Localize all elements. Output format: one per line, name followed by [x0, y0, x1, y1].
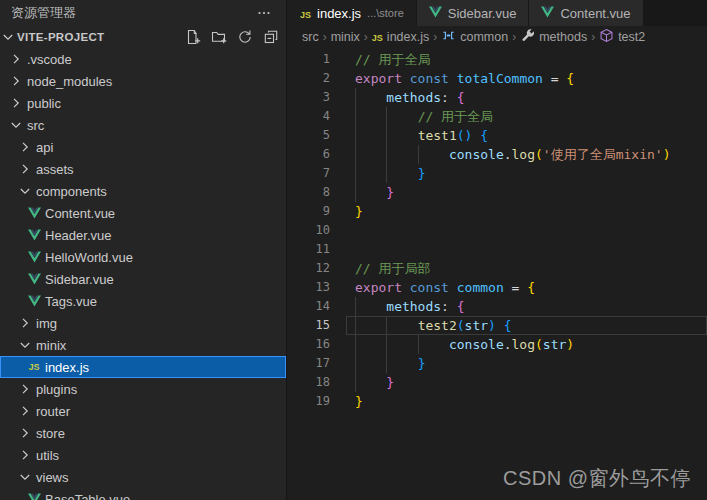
tree-item-plugins[interactable]: plugins	[0, 378, 286, 400]
breadcrumb-item-methods[interactable]: methods	[520, 28, 587, 46]
chevron-down-icon[interactable]	[8, 117, 24, 133]
line-number[interactable]: 13	[288, 278, 330, 297]
code-line-content[interactable]: test2(str) {	[330, 316, 707, 335]
new-folder-icon[interactable]	[210, 28, 228, 46]
tree-item-views[interactable]: views	[0, 466, 286, 488]
code-line[interactable]: 9}	[288, 202, 707, 221]
line-number[interactable]: 16	[288, 335, 330, 354]
chevron-right-icon[interactable]	[17, 425, 33, 441]
tree-item-node-modules[interactable]: node_modules	[0, 70, 286, 92]
line-number[interactable]: 14	[288, 297, 330, 316]
tab-index-js[interactable]: JSindex.js...\store	[288, 0, 416, 26]
code-line[interactable]: 2export const totalCommon = {	[288, 69, 707, 88]
code-line[interactable]: 15 test2(str) {	[288, 316, 707, 335]
breadcrumb-item-index-js[interactable]: JSindex.js	[372, 30, 429, 44]
chevron-down-icon[interactable]	[17, 337, 33, 353]
code-line-content[interactable]: // 用于局部	[330, 259, 707, 278]
code-line-content[interactable]: }	[330, 373, 707, 392]
tree-item-img[interactable]: img	[0, 312, 286, 334]
breadcrumb-item-src[interactable]: src	[302, 30, 319, 44]
chevron-down-icon[interactable]	[17, 183, 33, 199]
chevron-right-icon[interactable]	[17, 381, 33, 397]
tree-item-content-vue[interactable]: Content.vue	[0, 202, 286, 224]
code-line[interactable]: 14 methods: {	[288, 297, 707, 316]
tree-item-minix[interactable]: minix	[0, 334, 286, 356]
code-line[interactable]: 12// 用于局部	[288, 259, 707, 278]
code-line[interactable]: 16 console.log(str)	[288, 335, 707, 354]
line-number[interactable]: 7	[288, 164, 330, 183]
code-line-content[interactable]: }	[330, 164, 707, 183]
code-line-content[interactable]: console.log(str)	[330, 335, 707, 354]
chevron-right-icon[interactable]	[17, 315, 33, 331]
code-line-content[interactable]: // 用于全局	[330, 50, 707, 69]
chevron-right-icon[interactable]	[17, 139, 33, 155]
code-line[interactable]: 8 }	[288, 183, 707, 202]
line-number[interactable]: 5	[288, 126, 330, 145]
code-editor[interactable]: 1// 用于全局2export const totalCommon = {3 m…	[288, 48, 707, 411]
code-line-content[interactable]	[330, 240, 707, 259]
tab-sidebar-vue[interactable]: Sidebar.vue	[417, 0, 529, 26]
tree-item-assets[interactable]: assets	[0, 158, 286, 180]
code-line-content[interactable]: }	[330, 354, 707, 373]
collapse-all-icon[interactable]	[262, 28, 280, 46]
tree-item-utils[interactable]: utils	[0, 444, 286, 466]
code-line-content[interactable]: methods: {	[330, 297, 707, 316]
code-line-content[interactable]: export const totalCommon = {	[330, 69, 707, 88]
code-line-content[interactable]	[330, 221, 707, 240]
code-line[interactable]: 7 }	[288, 164, 707, 183]
chevron-right-icon[interactable]	[17, 161, 33, 177]
chevron-right-icon[interactable]	[8, 51, 24, 67]
tree-item-api[interactable]: api	[0, 136, 286, 158]
line-number[interactable]: 6	[288, 145, 330, 164]
tree-item-basetable-vue[interactable]: BaseTable.vue	[0, 488, 286, 500]
code-line-content[interactable]: export const common = {	[330, 278, 707, 297]
line-number[interactable]: 19	[288, 392, 330, 411]
code-line-content[interactable]: test1() {	[330, 126, 707, 145]
code-line[interactable]: 13export const common = {	[288, 278, 707, 297]
code-line[interactable]: 5 test1() {	[288, 126, 707, 145]
tree-item-helloworld-vue[interactable]: HelloWorld.vue	[0, 246, 286, 268]
tab-content-vue[interactable]: Content.vue	[529, 0, 642, 26]
code-line[interactable]: 11	[288, 240, 707, 259]
more-actions-icon[interactable]	[256, 7, 272, 24]
line-number[interactable]: 11	[288, 240, 330, 259]
line-number[interactable]: 3	[288, 88, 330, 107]
tree-item-components[interactable]: components	[0, 180, 286, 202]
line-number[interactable]: 12	[288, 259, 330, 278]
breadcrumb-item-common[interactable]: common	[441, 28, 508, 46]
code-line-content[interactable]: }	[330, 183, 707, 202]
code-line-content[interactable]: }	[330, 202, 707, 221]
chevron-right-icon[interactable]	[17, 403, 33, 419]
line-number[interactable]: 4	[288, 107, 330, 126]
code-line-content[interactable]: // 用于全局	[330, 107, 707, 126]
project-section-header[interactable]: VITE-PROJECT	[0, 26, 286, 48]
tree-item-sidebar-vue[interactable]: Sidebar.vue	[0, 268, 286, 290]
line-number[interactable]: 10	[288, 221, 330, 240]
code-line[interactable]: 18 }	[288, 373, 707, 392]
chevron-down-icon[interactable]	[0, 29, 16, 45]
code-line[interactable]: 1// 用于全局	[288, 50, 707, 69]
tree-item-index-js[interactable]: JSindex.js	[0, 356, 286, 378]
tree-item-src[interactable]: src	[0, 114, 286, 136]
code-line-content[interactable]: console.log('使用了全局mixin')	[330, 145, 707, 164]
code-line[interactable]: 4 // 用于全局	[288, 107, 707, 126]
line-number[interactable]: 2	[288, 69, 330, 88]
line-number[interactable]: 17	[288, 354, 330, 373]
line-number[interactable]: 8	[288, 183, 330, 202]
breadcrumb-item-minix[interactable]: minix	[331, 30, 360, 44]
code-line[interactable]: 19}	[288, 392, 707, 411]
code-line[interactable]: 10	[288, 221, 707, 240]
refresh-icon[interactable]	[236, 28, 254, 46]
chevron-down-icon[interactable]	[17, 469, 33, 485]
line-number[interactable]: 1	[288, 50, 330, 69]
code-line[interactable]: 17 }	[288, 354, 707, 373]
breadcrumb-item-test2[interactable]: test2	[599, 28, 645, 46]
new-file-icon[interactable]	[184, 28, 202, 46]
chevron-right-icon[interactable]	[17, 447, 33, 463]
code-line[interactable]: 6 console.log('使用了全局mixin')	[288, 145, 707, 164]
line-number[interactable]: 18	[288, 373, 330, 392]
tree-item-public[interactable]: public	[0, 92, 286, 114]
chevron-right-icon[interactable]	[8, 95, 24, 111]
tree-item-store[interactable]: store	[0, 422, 286, 444]
tree-item--vscode[interactable]: .vscode	[0, 48, 286, 70]
